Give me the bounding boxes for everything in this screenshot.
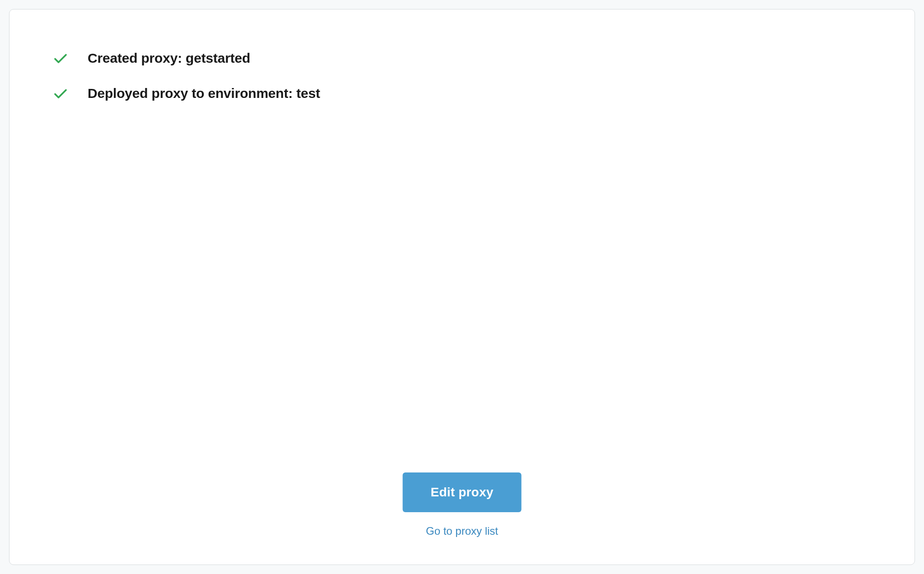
edit-proxy-button[interactable]: Edit proxy — [403, 472, 522, 512]
result-card: Created proxy: getstarted Deployed proxy… — [9, 9, 915, 565]
status-item-created: Created proxy: getstarted — [52, 50, 872, 66]
status-text: Deployed proxy to environment: test — [88, 86, 320, 101]
status-item-deployed: Deployed proxy to environment: test — [52, 85, 872, 102]
go-to-proxy-list-link[interactable]: Go to proxy list — [426, 525, 498, 537]
status-list: Created proxy: getstarted Deployed proxy… — [52, 50, 872, 102]
check-icon — [52, 50, 69, 66]
check-icon — [52, 85, 69, 102]
actions-container: Edit proxy Go to proxy list — [403, 472, 522, 537]
status-text: Created proxy: getstarted — [88, 51, 250, 66]
